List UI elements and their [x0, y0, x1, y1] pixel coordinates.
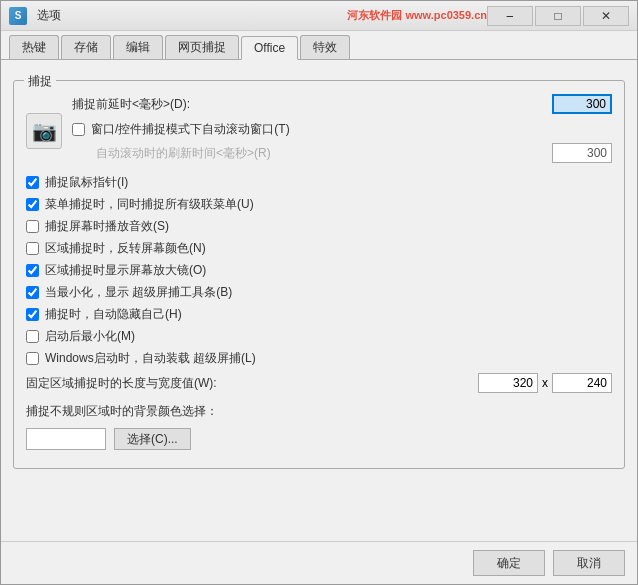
- cancel-button[interactable]: 取消: [553, 550, 625, 576]
- tab-edit[interactable]: 编辑: [113, 35, 163, 59]
- auto-scroll-input[interactable]: [552, 143, 612, 163]
- capture-sound-label[interactable]: 捕捉屏幕时播放音效(S): [45, 218, 169, 235]
- fixed-region-row: 固定区域捕捉时的长度与宽度值(W): x: [26, 372, 612, 394]
- auto-scroll-row: 自动滚动时的刷新时间<毫秒>(R): [96, 143, 612, 163]
- tab-hotkeys[interactable]: 热键: [9, 35, 59, 59]
- capture-menu-row: 菜单捕捉时，同时捕捉所有级联菜单(U): [26, 196, 612, 213]
- group-content: 📷 捕捉前延时<毫秒>(D): 窗口/控件捕捉模式下自动滚动窗口(T): [26, 93, 612, 450]
- tab-office[interactable]: Office: [241, 36, 298, 60]
- hide-self-checkbox[interactable]: [26, 308, 39, 321]
- capture-group: 捕捉 📷 捕捉前延时<毫秒>(D): 窗口/控件捕捉模式下自动滚动窗口(T): [13, 80, 625, 469]
- bg-color-label: 捕捉不规则区域时的背景颜色选择：: [26, 403, 612, 420]
- content-area: 捕捉 📷 捕捉前延时<毫秒>(D): 窗口/控件捕捉模式下自动滚动窗口(T): [1, 60, 637, 541]
- app-logo-icon: S: [9, 7, 27, 25]
- maximize-button[interactable]: □: [535, 6, 581, 26]
- window-title: 选项: [33, 7, 347, 24]
- fixed-width-input[interactable]: [478, 373, 538, 393]
- start-min-label[interactable]: 启动后最小化(M): [45, 328, 135, 345]
- capture-menu-checkbox[interactable]: [26, 198, 39, 211]
- ok-button[interactable]: 确定: [473, 550, 545, 576]
- hide-self-label[interactable]: 捕捉时，自动隐藏自己(H): [45, 306, 182, 323]
- magnifier-label[interactable]: 区域捕捉时显示屏幕放大镜(O): [45, 262, 206, 279]
- tab-bar: 热键 存储 编辑 网页捕捉 Office 特效: [1, 31, 637, 60]
- group-label: 捕捉: [24, 73, 56, 90]
- x-separator: x: [542, 376, 548, 390]
- fixed-region-label: 固定区域捕捉时的长度与宽度值(W):: [26, 375, 478, 392]
- scroll-window-row: 窗口/控件捕捉模式下自动滚动窗口(T): [72, 121, 612, 138]
- delay-input[interactable]: [552, 94, 612, 114]
- start-min-row: 启动后最小化(M): [26, 328, 612, 345]
- windows-startup-row: Windows启动时，自动装载 超级屏捕(L): [26, 350, 612, 367]
- scroll-window-checkbox[interactable]: [72, 123, 85, 136]
- toolbar-label[interactable]: 当最小化，显示 超级屏捕工具条(B): [45, 284, 232, 301]
- bottom-bar: 确定 取消: [1, 541, 637, 584]
- fixed-height-input[interactable]: [552, 373, 612, 393]
- magnifier-row: 区域捕捉时显示屏幕放大镜(O): [26, 262, 612, 279]
- delay-label: 捕捉前延时<毫秒>(D):: [72, 96, 552, 113]
- main-window: S 选项 河东软件园 www.pc0359.cn ‒ □ ✕ 热键 存储 编辑 …: [0, 0, 638, 585]
- camera-icon: 📷: [26, 113, 62, 149]
- capture-cursor-checkbox[interactable]: [26, 176, 39, 189]
- minimize-button[interactable]: ‒: [487, 6, 533, 26]
- title-logo: S: [9, 7, 27, 25]
- auto-scroll-label: 自动滚动时的刷新时间<毫秒>(R): [96, 145, 271, 162]
- watermark-text: 河东软件园 www.pc0359.cn: [347, 8, 487, 23]
- invert-color-checkbox[interactable]: [26, 242, 39, 255]
- windows-startup-label[interactable]: Windows启动时，自动装载 超级屏捕(L): [45, 350, 256, 367]
- close-button[interactable]: ✕: [583, 6, 629, 26]
- toolbar-checkbox[interactable]: [26, 286, 39, 299]
- tab-effects[interactable]: 特效: [300, 35, 350, 59]
- scroll-window-label[interactable]: 窗口/控件捕捉模式下自动滚动窗口(T): [91, 121, 290, 138]
- capture-sound-row: 捕捉屏幕时播放音效(S): [26, 218, 612, 235]
- delay-row: 📷 捕捉前延时<毫秒>(D): 窗口/控件捕捉模式下自动滚动窗口(T): [26, 93, 612, 168]
- capture-menu-label[interactable]: 菜单捕捉时，同时捕捉所有级联菜单(U): [45, 196, 254, 213]
- select-color-button[interactable]: 选择(C)...: [114, 428, 191, 450]
- toolbar-row: 当最小化，显示 超级屏捕工具条(B): [26, 284, 612, 301]
- invert-color-row: 区域捕捉时，反转屏幕颜色(N): [26, 240, 612, 257]
- capture-cursor-row: 捕捉鼠标指针(I): [26, 174, 612, 191]
- tab-webcapture[interactable]: 网页捕捉: [165, 35, 239, 59]
- magnifier-checkbox[interactable]: [26, 264, 39, 277]
- capture-cursor-label[interactable]: 捕捉鼠标指针(I): [45, 174, 128, 191]
- capture-sound-checkbox[interactable]: [26, 220, 39, 233]
- title-bar: S 选项 河东软件园 www.pc0359.cn ‒ □ ✕: [1, 1, 637, 31]
- delay-content: 捕捉前延时<毫秒>(D): 窗口/控件捕捉模式下自动滚动窗口(T) 自动滚动时的…: [72, 93, 612, 168]
- delay-inner-row: 捕捉前延时<毫秒>(D):: [72, 93, 612, 115]
- color-picker-row: 选择(C)...: [26, 428, 612, 450]
- window-controls: ‒ □ ✕: [487, 6, 629, 26]
- color-preview-box: [26, 428, 106, 450]
- bg-color-row: 捕捉不规则区域时的背景颜色选择：: [26, 400, 612, 422]
- start-min-checkbox[interactable]: [26, 330, 39, 343]
- tab-save[interactable]: 存储: [61, 35, 111, 59]
- invert-color-label[interactable]: 区域捕捉时，反转屏幕颜色(N): [45, 240, 206, 257]
- windows-startup-checkbox[interactable]: [26, 352, 39, 365]
- hide-self-row: 捕捉时，自动隐藏自己(H): [26, 306, 612, 323]
